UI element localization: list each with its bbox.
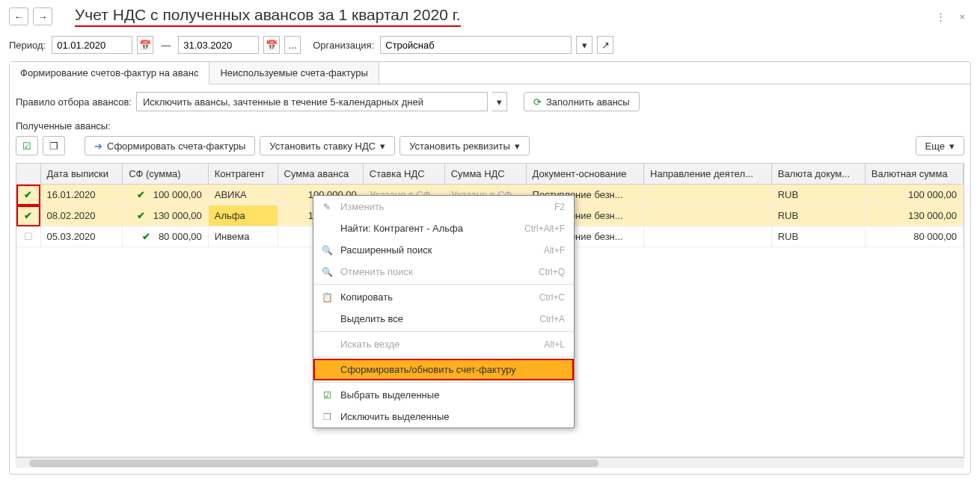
page-title: Учет НДС с полученных авансов за 1 кварт… bbox=[75, 6, 461, 27]
col-direction[interactable]: Направление деятел... bbox=[644, 164, 772, 185]
cell-curr-sum: 100 000,00 bbox=[865, 185, 963, 206]
col-sf[interactable]: СФ (сумма) bbox=[123, 164, 209, 185]
date-from-input[interactable] bbox=[52, 36, 132, 54]
cell-sf-sum: 100 000,00 bbox=[153, 189, 202, 200]
chevron-down-icon: ▾ bbox=[515, 140, 520, 152]
menu-search-everywhere[interactable]: Искать везде Alt+L bbox=[313, 333, 574, 355]
menu-advanced-search[interactable]: 🔍 Расширенный поиск Alt+F bbox=[313, 239, 574, 261]
checkbox-empty-icon[interactable]: ☐ bbox=[24, 231, 33, 242]
fill-advances-label: Заполнить авансы bbox=[546, 96, 630, 108]
cell-curr-sum: 130 000,00 bbox=[865, 206, 963, 226]
menu-edit[interactable]: ✎ Изменить F2 bbox=[313, 196, 574, 217]
refresh-icon: ⟳ bbox=[533, 96, 542, 108]
cell-direction bbox=[644, 206, 772, 226]
search-icon: 🔍 bbox=[319, 245, 334, 256]
nav-forward-button[interactable]: → bbox=[33, 7, 52, 25]
period-picker-button[interactable]: ... bbox=[284, 36, 301, 54]
nav-back-button[interactable]: ← bbox=[9, 7, 28, 25]
menu-select-all[interactable]: Выделить все Ctrl+A bbox=[313, 308, 574, 330]
set-req-label: Установить реквизиты bbox=[409, 140, 510, 152]
dash-separator: — bbox=[161, 40, 171, 51]
org-dropdown-icon[interactable]: ▾ bbox=[576, 36, 592, 54]
menu-exclude-marked[interactable]: ❐ Исключить выделенные bbox=[313, 406, 574, 427]
context-menu: ✎ Изменить F2 Найти: Контрагент - Альфа … bbox=[313, 195, 575, 428]
cell-sf-sum: 130 000,00 bbox=[153, 210, 202, 221]
arrow-right-icon: ➔ bbox=[94, 140, 102, 152]
pencil-icon: ✎ bbox=[319, 202, 334, 212]
cell-currency: RUB bbox=[771, 185, 865, 206]
org-input[interactable] bbox=[380, 36, 572, 54]
cell-counterparty: АВИКА bbox=[208, 185, 278, 206]
form-invoices-button[interactable]: ➔ Сформировать счета-фактуры bbox=[85, 136, 255, 155]
chevron-down-icon: ▾ bbox=[380, 140, 385, 152]
copy-icon: 📋 bbox=[319, 292, 334, 303]
received-advances-label: Полученные авансы: bbox=[10, 119, 970, 136]
col-currency[interactable]: Валюта докум... bbox=[771, 164, 865, 185]
cancel-search-icon: 🔍 bbox=[319, 267, 334, 277]
tab-form-invoices[interactable]: Формирование счетов-фактур на аванс bbox=[10, 62, 209, 84]
period-label: Период: bbox=[9, 40, 46, 51]
menu-find[interactable]: Найти: Контрагент - Альфа Ctrl+Alt+F bbox=[313, 217, 574, 239]
org-open-button[interactable]: ↗ bbox=[597, 36, 613, 54]
checkbox-icon: ☑ bbox=[319, 390, 334, 401]
col-vat-sum[interactable]: Сумма НДС bbox=[444, 164, 526, 185]
cell-counterparty: Инвема bbox=[208, 226, 278, 247]
cell-currency: RUB bbox=[771, 226, 865, 247]
set-requisites-button[interactable]: Установить реквизиты ▾ bbox=[399, 136, 530, 155]
layers-icon: ❐ bbox=[49, 140, 58, 152]
check-icon[interactable]: ✔ bbox=[24, 210, 32, 221]
select-all-button[interactable]: ☑ bbox=[16, 136, 38, 155]
date-to-input[interactable] bbox=[178, 36, 259, 54]
menu-copy[interactable]: 📋 Копировать Ctrl+C bbox=[313, 286, 574, 308]
cell-curr-sum: 80 000,00 bbox=[865, 226, 963, 247]
menu-form-update-invoice[interactable]: Сформировать/обновить счет-фактуру bbox=[313, 359, 574, 380]
cell-date: 08.02.2020 bbox=[40, 206, 123, 226]
cell-currency: RUB bbox=[771, 206, 865, 226]
cell-direction bbox=[644, 185, 772, 206]
cell-sf-sum: 80 000,00 bbox=[159, 231, 202, 242]
layers-icon: ❐ bbox=[319, 412, 334, 422]
calendar-from-icon[interactable]: 📅 bbox=[137, 36, 153, 54]
cell-counterparty: Альфа bbox=[208, 206, 278, 226]
col-vat-rate[interactable]: Ставка НДС bbox=[363, 164, 444, 185]
check-icon[interactable]: ✔ bbox=[24, 189, 32, 200]
col-counterparty[interactable]: Контрагент bbox=[208, 164, 278, 185]
calendar-to-icon[interactable]: 📅 bbox=[263, 36, 280, 54]
col-document[interactable]: Документ-основание bbox=[526, 164, 644, 185]
col-advance[interactable]: Сумма аванса bbox=[278, 164, 363, 185]
col-checkbox bbox=[16, 164, 40, 185]
deselect-all-button[interactable]: ❐ bbox=[43, 136, 65, 155]
check-icon: ✔ bbox=[142, 231, 150, 242]
checkbox-icon: ☑ bbox=[22, 140, 31, 152]
col-curr-sum[interactable]: Валютная сумма bbox=[865, 164, 963, 185]
rule-label: Правило отбора авансов: bbox=[16, 96, 132, 108]
cell-direction bbox=[644, 226, 772, 247]
form-invoices-label: Сформировать счета-фактуры bbox=[107, 140, 245, 152]
horizontal-scrollbar[interactable] bbox=[16, 457, 964, 468]
org-label: Организация: bbox=[313, 40, 374, 51]
chevron-down-icon: ▾ bbox=[949, 140, 955, 152]
set-vat-rate-button[interactable]: Установить ставку НДС ▾ bbox=[260, 136, 395, 155]
fill-advances-button[interactable]: ⟳ Заполнить авансы bbox=[524, 92, 640, 111]
more-actions-icon[interactable]: ⋮ bbox=[936, 11, 946, 22]
more-button[interactable]: Еще ▾ bbox=[916, 136, 964, 155]
close-icon[interactable]: × bbox=[959, 11, 965, 22]
rule-dropdown-icon[interactable]: ▾ bbox=[492, 92, 507, 111]
tab-unused-invoices[interactable]: Неиспользуемые счета-фактуры bbox=[209, 62, 379, 84]
cell-date: 16.01.2020 bbox=[40, 185, 123, 206]
rule-select-value: Исключить авансы, зачтенные в течение 5-… bbox=[143, 96, 423, 108]
check-icon: ✔ bbox=[137, 210, 145, 221]
more-label: Еще bbox=[925, 140, 945, 152]
menu-cancel-search[interactable]: 🔍 Отменить поиск Ctrl+Q bbox=[313, 261, 574, 282]
check-icon: ✔ bbox=[137, 189, 145, 200]
rule-select[interactable]: Исключить авансы, зачтенные в течение 5-… bbox=[136, 92, 488, 111]
menu-select-marked[interactable]: ☑ Выбрать выделенные bbox=[313, 384, 574, 406]
col-date[interactable]: Дата выписки bbox=[40, 164, 123, 185]
set-vat-label: Установить ставку НДС bbox=[269, 140, 376, 152]
cell-date: 05.03.2020 bbox=[40, 226, 123, 247]
